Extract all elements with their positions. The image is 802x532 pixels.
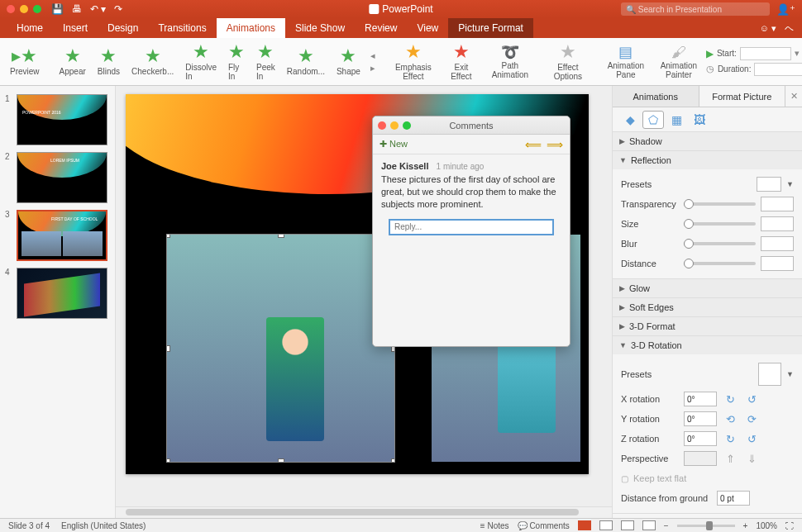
start-dropdown[interactable] (740, 47, 791, 60)
chevron-down-icon[interactable]: ▼ (786, 370, 794, 378)
section-reflection[interactable]: ▼Reflection (613, 151, 802, 169)
tab-design[interactable]: Design (98, 18, 148, 38)
close-pane-icon[interactable]: ✕ (785, 86, 802, 107)
search-input[interactable]: 🔍 Search in Presentation (621, 2, 770, 16)
slide-thumb-selected[interactable]: FIRST DAY OF SCHOOL (17, 210, 107, 261)
fill-tab-icon[interactable]: ◆ (619, 111, 641, 129)
effects-gallery-scroll[interactable]: ◂▸ (367, 50, 379, 74)
chevron-down-icon[interactable]: ▾ (795, 48, 800, 59)
distance-input[interactable] (761, 256, 794, 271)
section-3d-rotation[interactable]: ▼3-D Rotation (613, 336, 802, 354)
thumb-1[interactable]: 1 POWERPOINT 2016 (0, 91, 115, 149)
slide-thumbnails-panel[interactable]: 1 POWERPOINT 2016 2 LOREM IPSUM 3 FIRST … (0, 86, 116, 518)
minimize-icon[interactable] (390, 121, 399, 130)
section-soft-edges[interactable]: ▶Soft Edges (613, 298, 802, 316)
slide-thumb[interactable]: LOREM IPSUM (17, 152, 107, 203)
reflection-presets-dropdown[interactable] (757, 177, 781, 192)
slideshow-view-icon[interactable] (642, 520, 656, 530)
size-tab-icon[interactable]: ▦ (666, 111, 687, 129)
size-slider[interactable] (684, 222, 756, 226)
zoom-icon[interactable] (403, 121, 411, 130)
exit-effect-button[interactable]: ★Exit Effect (440, 43, 483, 81)
zoom-slider[interactable] (677, 525, 735, 527)
pane-tab-format-picture[interactable]: Format Picture (699, 86, 786, 107)
comments-titlebar[interactable]: Comments (373, 116, 570, 135)
tab-insert[interactable]: Insert (53, 18, 98, 38)
transparency-input[interactable] (761, 197, 794, 211)
section-3d-format[interactable]: ▶3-D Format (613, 317, 802, 335)
preview-button[interactable]: ▸★ Preview (5, 47, 45, 76)
tab-transitions[interactable]: Transitions (148, 18, 216, 38)
undo-icon[interactable]: ↶ ▾ (90, 3, 106, 15)
tab-home[interactable]: Home (7, 18, 53, 38)
tab-slideshow[interactable]: Slide Show (285, 18, 355, 38)
reading-view-icon[interactable] (621, 520, 634, 530)
prev-comment-icon[interactable]: ⟸ (525, 138, 542, 151)
language-indicator[interactable]: English (United States) (61, 521, 146, 530)
slide-canvas[interactable]: Comments ✚ New ⟸⟹ Joe Kissell 1 minute a… (116, 86, 612, 518)
minimize-window-button[interactable] (20, 5, 28, 13)
comments-button[interactable]: 💬 Comments (518, 521, 570, 530)
normal-view-icon[interactable] (578, 520, 591, 530)
duration-input[interactable] (754, 63, 802, 76)
section-shadow[interactable]: ▶Shadow (613, 132, 802, 150)
collapse-ribbon-icon[interactable]: ヘ (785, 22, 794, 35)
effect-random[interactable]: ★Random... (282, 47, 330, 76)
x-rotation-input[interactable]: 0° (684, 392, 717, 406)
close-icon[interactable] (378, 121, 386, 130)
comment-reply-input[interactable] (389, 219, 554, 235)
picture-tab-icon[interactable]: 🖼 (689, 111, 710, 129)
thumb-3[interactable]: 3 FIRST DAY OF SCHOOL (0, 207, 115, 264)
section-glow[interactable]: ▶Glow (613, 279, 802, 297)
next-comment-icon[interactable]: ⟹ (547, 138, 563, 151)
slide-indicator[interactable]: Slide 3 of 4 (8, 521, 50, 530)
zoom-window-button[interactable] (33, 5, 41, 13)
effect-appear[interactable]: ★Appear (55, 47, 91, 76)
path-animation-button[interactable]: ➰Path Animation (485, 45, 536, 79)
effect-shape[interactable]: ★Shape (332, 47, 365, 76)
transparency-slider[interactable] (684, 202, 756, 206)
resize-handle-se[interactable] (391, 458, 394, 462)
resize-handle-n[interactable] (278, 235, 284, 238)
print-icon[interactable]: 🖶 (72, 3, 82, 15)
redo-icon[interactable]: ↷ (114, 3, 122, 15)
pane-tab-animations[interactable]: Animations (613, 86, 699, 107)
tab-view[interactable]: View (407, 18, 448, 38)
tab-picture-format[interactable]: Picture Format (448, 18, 533, 38)
share-user-icon[interactable]: 👤⁺ (776, 3, 795, 16)
zoom-in-button[interactable]: + (743, 521, 748, 530)
smiley-feedback-icon[interactable]: ☺ ▾ (760, 23, 776, 34)
thumb-2[interactable]: 2 LOREM IPSUM (0, 149, 115, 207)
distance-slider[interactable] (684, 262, 756, 265)
scrollbar-thumb[interactable] (126, 509, 579, 515)
rotate-x-left-icon[interactable]: ↻ (722, 392, 738, 406)
blur-input[interactable] (761, 236, 794, 251)
resize-handle-w[interactable] (167, 345, 170, 352)
effect-blinds[interactable]: ★Blinds (93, 47, 125, 76)
y-rotation-input[interactable]: 0° (684, 411, 717, 426)
effect-dissolve-in[interactable]: ★Dissolve In (180, 43, 222, 81)
emphasis-effect-button[interactable]: ★Emphasis Effect (389, 43, 438, 81)
slide-thumb[interactable]: POWERPOINT 2016 (17, 94, 107, 145)
effect-options-button[interactable]: ★Effect Options (546, 43, 590, 81)
slide-sorter-view-icon[interactable] (599, 520, 613, 530)
save-icon[interactable]: 💾 (51, 3, 64, 15)
new-comment-button[interactable]: ✚ New (380, 139, 408, 150)
rotate-x-right-icon[interactable]: ↺ (743, 392, 760, 406)
zoom-out-button[interactable]: − (664, 521, 669, 530)
tab-review[interactable]: Review (355, 18, 407, 38)
effect-checkerboard[interactable]: ★Checkerb... (127, 47, 179, 76)
size-input[interactable] (761, 216, 794, 231)
effects-tab-icon[interactable]: ⬠ (642, 111, 664, 129)
chevron-down-icon[interactable]: ▼ (786, 180, 794, 188)
resize-handle-s[interactable] (278, 458, 284, 462)
z-rotation-input[interactable]: 0° (684, 431, 717, 446)
notes-button[interactable]: ≡ Notes (480, 521, 509, 530)
blur-slider[interactable] (684, 242, 756, 245)
rotate-y-down-icon[interactable]: ⟳ (743, 411, 760, 426)
animation-painter-button[interactable]: 🖌Animation Painter (653, 45, 704, 79)
selected-picture[interactable] (167, 235, 394, 462)
thumb-4[interactable]: 4 (0, 264, 115, 322)
resize-handle-nw[interactable] (167, 235, 170, 238)
rotate-z-ccw-icon[interactable]: ↺ (743, 431, 760, 446)
